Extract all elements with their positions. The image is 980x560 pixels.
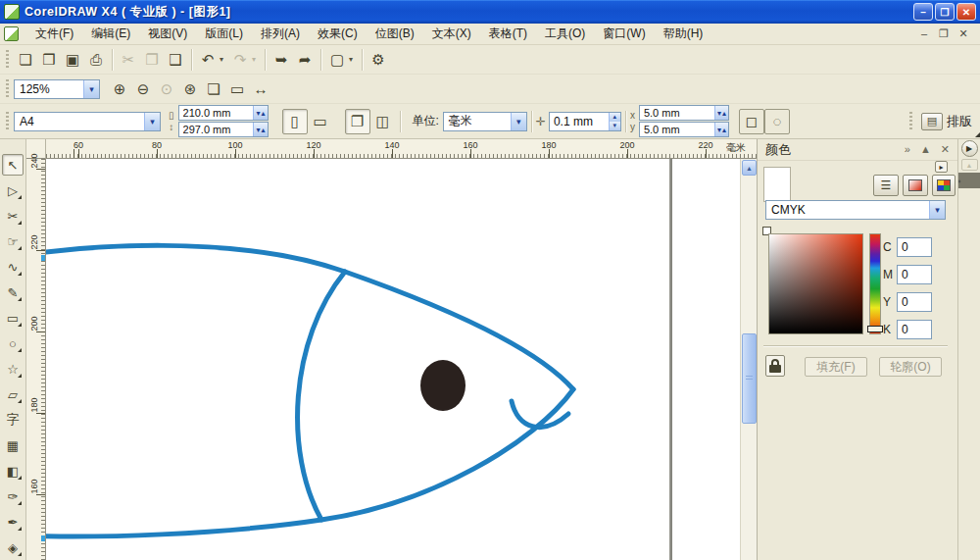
nudge-offset-input[interactable] bbox=[550, 113, 609, 130]
rectangle-tool[interactable]: ▭ bbox=[2, 307, 24, 329]
redo-icon[interactable]: ↷ bbox=[228, 48, 252, 72]
zoom-to-all-objects-icon[interactable]: ❏ bbox=[202, 77, 225, 101]
import-icon[interactable]: ➥ bbox=[270, 48, 293, 72]
color-sliders-button[interactable]: ☰ bbox=[873, 175, 899, 196]
portrait-orientation-button[interactable]: ▯ bbox=[282, 109, 308, 134]
outline-tool[interactable]: ✒ bbox=[2, 511, 24, 533]
zoom-level-combobox[interactable]: 125% ▾ bbox=[14, 79, 100, 99]
doc-restore-button[interactable]: ❐ bbox=[937, 27, 951, 40]
paper-height-field[interactable]: ▾▴ bbox=[178, 122, 269, 137]
paper-size-combobox[interactable]: A4 ▾ bbox=[14, 112, 161, 131]
palette-flyout-button[interactable]: ▶ bbox=[961, 140, 978, 157]
combo-arrow-icon[interactable]: ▾ bbox=[929, 201, 945, 219]
layout-toolbar-label[interactable]: 排版 bbox=[947, 113, 972, 130]
menu-window[interactable]: 窗口(W) bbox=[594, 24, 654, 44]
nudge-spinner[interactable]: ▴▾ bbox=[609, 113, 620, 130]
magenta-input[interactable] bbox=[898, 266, 931, 283]
toolbar-grip[interactable] bbox=[4, 79, 11, 99]
duplicate-x-field[interactable]: ▾▴ bbox=[639, 105, 729, 121]
application-launcher-icon[interactable]: ▢ bbox=[325, 48, 349, 72]
vertical-scrollbar[interactable]: ▲ bbox=[740, 159, 757, 560]
menu-table[interactable]: 表格(T) bbox=[480, 24, 536, 44]
text-tool[interactable]: 字 bbox=[2, 409, 24, 431]
paper-width-field[interactable]: ▾▴ bbox=[178, 105, 269, 121]
menu-view[interactable]: 视图(V) bbox=[139, 24, 196, 44]
blend-tool[interactable]: ◧ bbox=[2, 460, 24, 482]
restore-button[interactable]: ❐ bbox=[935, 3, 955, 21]
docker-pin-icon[interactable]: ▲ bbox=[920, 143, 931, 156]
menu-layout[interactable]: 版面(L) bbox=[196, 24, 252, 44]
shape-tool[interactable]: ▷ bbox=[2, 179, 24, 201]
menu-arrange[interactable]: 排列(A) bbox=[252, 24, 309, 44]
zoom-to-page-width-icon[interactable]: ↔ bbox=[249, 77, 272, 101]
scroll-up-button[interactable]: ▲ bbox=[742, 160, 757, 176]
nudge-offset-field[interactable]: ▴▾ bbox=[549, 112, 621, 131]
all-pages-button[interactable]: ❐ bbox=[345, 109, 370, 134]
duplicate-y-field[interactable]: ▾▴ bbox=[639, 122, 729, 137]
duplicate-x-input[interactable] bbox=[640, 106, 714, 120]
toolbar-grip[interactable] bbox=[4, 50, 11, 70]
color-model-combobox[interactable]: CMYK ▾ bbox=[765, 200, 946, 220]
undo-dropdown-icon[interactable]: ▾ bbox=[220, 55, 228, 64]
dup-x-spinner[interactable]: ▾▴ bbox=[714, 106, 728, 120]
paste-icon[interactable]: ❑ bbox=[164, 48, 187, 72]
color-viewers-button[interactable] bbox=[903, 175, 928, 196]
fill-button[interactable]: 填充(F) bbox=[805, 357, 867, 377]
hue-slider[interactable] bbox=[869, 233, 881, 334]
basic-shapes-tool[interactable]: ▱ bbox=[2, 383, 24, 405]
print-icon[interactable]: ⎙ bbox=[84, 48, 108, 72]
doc-minimize-button[interactable]: – bbox=[917, 27, 931, 40]
freehand-tool[interactable]: ∿ bbox=[2, 256, 24, 278]
dup-y-spinner[interactable]: ▾▴ bbox=[714, 123, 728, 136]
crop-tool[interactable]: ✂ bbox=[2, 205, 24, 227]
paper-height-input[interactable] bbox=[179, 123, 254, 136]
zoom-in-icon[interactable]: ⊕ bbox=[108, 77, 131, 101]
menu-effects[interactable]: 效果(C) bbox=[309, 24, 367, 44]
menu-help[interactable]: 帮助(H) bbox=[655, 24, 712, 44]
combo-arrow-icon[interactable]: ▾ bbox=[83, 80, 99, 98]
cut-icon[interactable]: ✂ bbox=[117, 48, 140, 72]
hue-slider-handle[interactable] bbox=[867, 326, 883, 332]
menu-bitmaps[interactable]: 位图(B) bbox=[367, 24, 423, 44]
toolbar-grip[interactable] bbox=[4, 112, 11, 131]
vertical-ruler[interactable]: 240 220 200 180 160 bbox=[26, 159, 46, 560]
docker-collapse-icon[interactable]: » bbox=[905, 143, 910, 156]
zoom-to-page-icon[interactable]: ▭ bbox=[225, 77, 249, 101]
duplicate-y-input[interactable] bbox=[640, 123, 714, 136]
launcher-dropdown-icon[interactable]: ▾ bbox=[349, 55, 358, 64]
facing-pages-button[interactable]: ◫ bbox=[370, 109, 396, 134]
palette-scroll-up-button[interactable]: ▲ bbox=[961, 159, 978, 171]
color-palettes-button[interactable] bbox=[932, 175, 956, 196]
pan-tool[interactable]: ☞ bbox=[2, 230, 24, 252]
docker-flyout-icon[interactable]: ▸ bbox=[935, 161, 948, 173]
zoom-out-icon[interactable]: ⊖ bbox=[131, 77, 155, 101]
eyedropper-tool[interactable]: ✑ bbox=[2, 485, 24, 507]
height-spinner[interactable]: ▾▴ bbox=[253, 123, 267, 136]
layout-toolbar-icon[interactable]: ▤ bbox=[921, 113, 943, 130]
docker-close-icon[interactable]: ✕ bbox=[941, 143, 950, 156]
minimize-button[interactable]: – bbox=[913, 3, 933, 21]
menu-text[interactable]: 文本(X) bbox=[423, 24, 480, 44]
doc-close-button[interactable]: ✕ bbox=[956, 27, 970, 40]
scrollbar-thumb[interactable] bbox=[742, 333, 757, 424]
menu-file[interactable]: 文件(F) bbox=[26, 24, 82, 44]
redo-dropdown-icon[interactable]: ▾ bbox=[252, 55, 261, 64]
undo-icon[interactable]: ↶ bbox=[196, 48, 220, 72]
paper-width-input[interactable] bbox=[179, 106, 254, 120]
zoom-actual-icon[interactable]: ⊙ bbox=[155, 77, 178, 101]
yellow-input[interactable] bbox=[898, 293, 931, 311]
cyan-input[interactable] bbox=[898, 238, 931, 256]
toolbar-grip[interactable] bbox=[907, 112, 914, 131]
export-icon[interactable]: ➦ bbox=[293, 48, 317, 72]
snap-to-objects-button[interactable]: ◻ bbox=[739, 109, 764, 134]
pick-tool[interactable]: ↖ bbox=[2, 154, 24, 176]
open-icon[interactable]: ❒ bbox=[37, 48, 61, 72]
fill-tool[interactable]: ◈ bbox=[2, 536, 24, 558]
outline-button[interactable]: 轮廓(O) bbox=[879, 357, 942, 377]
color-selection-square[interactable] bbox=[768, 233, 863, 334]
combo-arrow-icon[interactable]: ▾ bbox=[511, 113, 526, 130]
units-combobox[interactable]: 毫米 ▾ bbox=[443, 112, 527, 131]
copy-icon[interactable]: ❐ bbox=[140, 48, 164, 72]
menu-edit[interactable]: 编辑(E) bbox=[82, 24, 139, 44]
menu-tools[interactable]: 工具(O) bbox=[536, 24, 594, 44]
